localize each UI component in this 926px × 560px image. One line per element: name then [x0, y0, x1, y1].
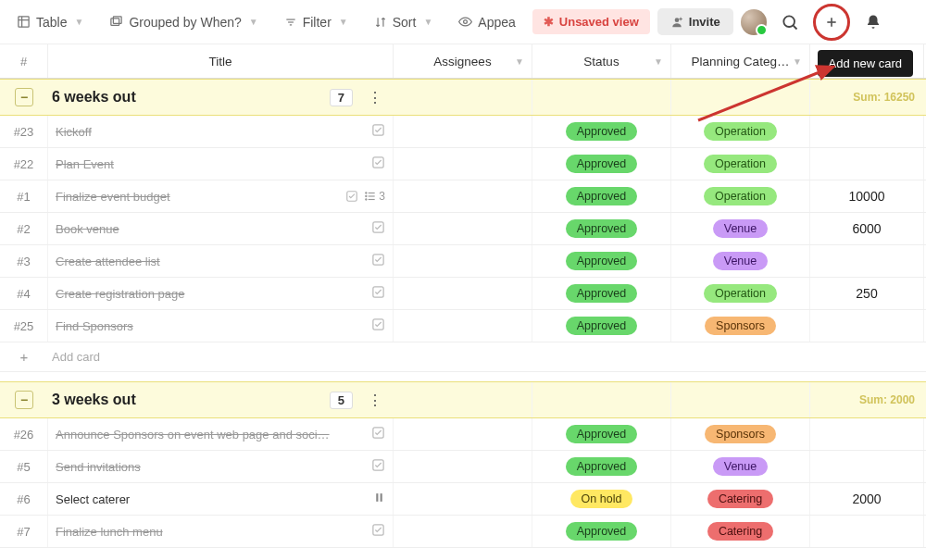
table-row[interactable]: #26Announce Sponsors on event web page a… [0, 418, 926, 451]
col-status[interactable]: Status▼ [532, 44, 671, 78]
value-cell[interactable] [810, 418, 924, 450]
value-cell[interactable]: 6000 [810, 213, 924, 244]
row-title: Finalize lunch menu [56, 525, 364, 539]
view-type-dropdown[interactable]: Table ▼ [7, 9, 93, 35]
checkbox-icon [371, 253, 385, 269]
assignees-cell[interactable] [394, 483, 532, 515]
checkbox-icon [371, 123, 385, 140]
col-assignees[interactable]: Assignees▼ [394, 44, 532, 78]
category-cell[interactable]: Operation [671, 116, 810, 147]
value-cell[interactable]: 2000 [810, 483, 924, 515]
add-card-button[interactable] [813, 4, 850, 41]
table-row[interactable]: #2Book venueApprovedVenue6000 [0, 213, 926, 245]
assignees-cell[interactable] [394, 278, 532, 309]
table-row[interactable]: #3Create attendee listApprovedVenue [0, 245, 926, 278]
assignees-cell[interactable] [394, 148, 532, 180]
row-number: #25 [0, 310, 48, 342]
group-menu-button[interactable]: ⋮ [362, 392, 388, 409]
status-badge: Approved [566, 425, 638, 443]
filter-label: Filter [303, 15, 332, 30]
assignees-cell[interactable] [394, 116, 532, 147]
status-cell[interactable]: Approved [532, 148, 671, 180]
group-header: −6 weeks out7⋮Sum: 16250 [0, 79, 926, 116]
category-cell[interactable]: Venue [671, 245, 810, 277]
category-cell[interactable]: Catering [671, 483, 810, 515]
table-row[interactable]: #5Send invitationsApprovedVenue [0, 451, 926, 483]
grouped-by-label: Grouped by When? [129, 15, 241, 30]
assignees-cell[interactable] [394, 516, 532, 547]
table-row[interactable]: #4Create registration pageApprovedOperat… [0, 278, 926, 310]
category-cell[interactable]: Operation [671, 180, 810, 212]
status-cell[interactable]: Approved [532, 278, 671, 309]
grouped-by-dropdown[interactable]: Grouped by When? ▼ [100, 9, 267, 35]
row-title: Finalize event budget [56, 190, 338, 204]
status-cell[interactable]: Approved [532, 418, 671, 450]
col-title[interactable]: Title [48, 44, 394, 78]
category-badge: Operation [704, 284, 777, 303]
category-cell[interactable]: Venue [671, 451, 810, 482]
status-cell[interactable]: Approved [532, 116, 671, 147]
status-cell[interactable]: Approved [532, 451, 671, 482]
status-cell[interactable]: Approved [532, 516, 671, 547]
svg-point-22 [366, 199, 367, 200]
assignees-cell[interactable] [394, 451, 532, 482]
avatar[interactable] [741, 9, 767, 35]
status-cell[interactable]: Approved [532, 310, 671, 342]
table-row[interactable]: #6Select catererOn holdCatering2000 [0, 483, 926, 516]
category-cell[interactable]: Venue [671, 213, 810, 244]
col-planning-category[interactable]: Planning Categ…▼ [671, 44, 810, 78]
person-add-icon [670, 16, 683, 29]
assignees-cell[interactable] [394, 213, 532, 244]
bell-icon [865, 14, 882, 31]
value-cell[interactable] [810, 148, 924, 180]
group-title: 6 weeks out [52, 89, 136, 106]
value-cell[interactable] [810, 245, 924, 277]
table-row[interactable]: #23KickoffApprovedOperation [0, 116, 926, 148]
plus-icon [824, 15, 839, 30]
value-cell[interactable] [810, 451, 924, 482]
status-badge: Approved [566, 219, 638, 238]
row-number: #6 [0, 483, 48, 515]
checkbox-icon [371, 523, 385, 540]
value-cell[interactable]: 250 [810, 278, 924, 309]
search-button[interactable] [774, 6, 806, 38]
table-row[interactable]: #22Plan EventApprovedOperation [0, 148, 926, 180]
eye-icon [458, 15, 472, 29]
category-cell[interactable]: Sponsors [671, 418, 810, 450]
category-cell[interactable]: Sponsors [671, 310, 810, 342]
collapse-group-button[interactable]: − [15, 88, 33, 106]
appearance-dropdown[interactable]: Appea [449, 9, 524, 35]
row-title: Find Sponsors [56, 319, 364, 333]
assignees-cell[interactable] [394, 310, 532, 342]
sort-dropdown[interactable]: Sort ▼ [365, 9, 443, 35]
assignees-cell[interactable] [394, 245, 532, 277]
status-cell[interactable]: Approved [532, 213, 671, 244]
invite-button[interactable]: Invite [657, 8, 733, 35]
notifications-button[interactable] [857, 6, 889, 38]
table-row[interactable]: #7Finalize lunch menuApprovedCatering [0, 516, 926, 548]
status-cell[interactable]: On hold [532, 483, 671, 515]
svg-point-21 [366, 195, 367, 196]
table-row[interactable]: #25Find SponsorsApprovedSponsors [0, 310, 926, 342]
category-cell[interactable]: Operation [671, 148, 810, 180]
assignees-cell[interactable] [394, 418, 532, 450]
value-cell[interactable] [810, 516, 924, 547]
unsaved-view-button[interactable]: ✱ Unsaved view [532, 9, 650, 34]
category-badge: Operation [704, 155, 777, 173]
unsaved-label: Unsaved view [559, 15, 639, 29]
assignees-cell[interactable] [394, 180, 532, 212]
add-card-row[interactable]: +Add card [0, 342, 926, 372]
collapse-group-button[interactable]: − [15, 391, 33, 409]
status-cell[interactable]: Approved [532, 245, 671, 277]
table-row[interactable]: #1Finalize event budget3ApprovedOperatio… [0, 180, 926, 213]
group-menu-button[interactable]: ⋮ [362, 89, 388, 106]
checkbox-icon [371, 458, 385, 475]
value-cell[interactable] [810, 310, 924, 342]
filter-dropdown[interactable]: Filter ▼ [275, 9, 357, 35]
col-number[interactable]: # [0, 44, 48, 78]
category-cell[interactable]: Catering [671, 516, 810, 547]
value-cell[interactable] [810, 116, 924, 147]
category-cell[interactable]: Operation [671, 278, 810, 309]
status-cell[interactable]: Approved [532, 180, 671, 212]
value-cell[interactable]: 10000 [810, 180, 924, 212]
